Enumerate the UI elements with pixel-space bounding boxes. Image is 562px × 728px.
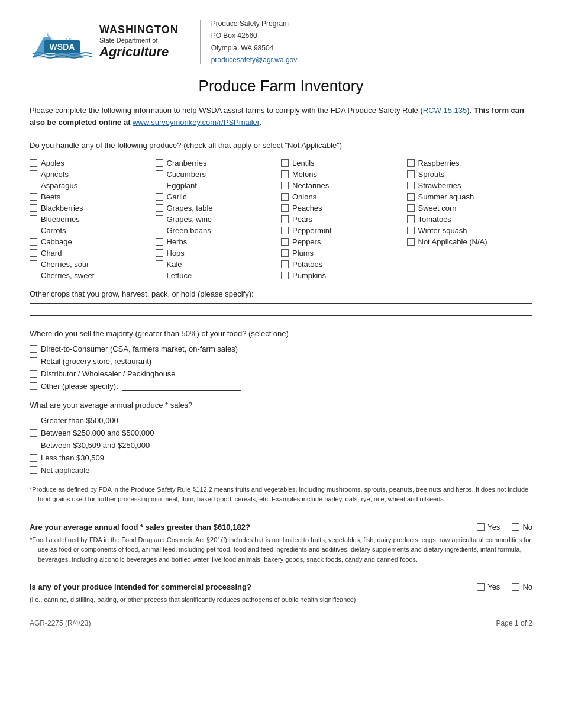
checkbox-carrots[interactable]: Carrots — [30, 225, 156, 236]
produce-col3: Lentils Melons Nectarines Onions Peaches… — [281, 157, 407, 281]
produce-col1: Apples Apricots Asparagus Beets Blackber… — [30, 157, 156, 281]
wsda-branding: WASHINGTON State Department of Agricultu… — [99, 24, 179, 60]
washington-text: WASHINGTON — [99, 24, 179, 36]
section-divider2 — [30, 574, 532, 574]
checkbox-raspberries[interactable]: Raspberries — [407, 157, 533, 169]
agriculture-text: Agriculture — [99, 44, 179, 60]
checkbox-plums[interactable]: Plums — [281, 247, 407, 259]
commercial-processing-row: Is any of your produce intended for comm… — [30, 582, 532, 591]
checkbox-garlic[interactable]: Garlic — [156, 191, 282, 202]
commercial-subtext: (i.e., canning, distilling, baking, or o… — [30, 595, 532, 605]
page-footer: AGR-2275 (R/4/23) Page 1 of 2 — [30, 619, 532, 627]
sales-30k-250k[interactable]: Between $30,509 and $250,000 — [30, 439, 532, 452]
checkbox-sprouts[interactable]: Sprouts — [407, 169, 533, 180]
checkbox-blackberries[interactable]: Blackberries — [30, 202, 156, 214]
checkbox-peaches[interactable]: Peaches — [281, 202, 407, 214]
sell-direct[interactable]: Direct-to-Consumer (CSA, farmers market,… — [30, 343, 532, 355]
food-sales-no-label: No — [522, 523, 532, 531]
food-sales-yes[interactable]: Yes — [477, 523, 500, 531]
checkbox-asparagus[interactable]: Asparagus — [30, 180, 156, 191]
sales-question: What are your average annual produce * s… — [30, 401, 532, 410]
sales-under-30k[interactable]: Less than $30,509 — [30, 452, 532, 464]
sell-other[interactable]: Other (please specify): — [30, 380, 532, 392]
checkbox-green-beans[interactable]: Green beans — [156, 225, 282, 236]
intro-text: Please complete the following informatio… — [30, 105, 532, 130]
sales-500k-plus[interactable]: Greater than $500,000 — [30, 414, 532, 427]
checkbox-potatoes[interactable]: Potatoes — [281, 259, 407, 270]
checkbox-hops[interactable]: Hops — [156, 247, 282, 259]
produce-col4: Raspberries Sprouts Strawberries Summer … — [407, 157, 533, 281]
checkbox-lentils[interactable]: Lentils — [281, 157, 407, 169]
sell-other-blank[interactable] — [122, 382, 241, 391]
food-sales-yn: Yes No — [477, 523, 532, 531]
produce-question: Do you handle any of the following produ… — [30, 140, 532, 152]
checkbox-cherries-sweet[interactable]: Cherries, sweet — [30, 270, 156, 281]
checkbox-beets[interactable]: Beets — [30, 191, 156, 202]
other-crops-line2 — [30, 315, 532, 316]
svg-text:WSDA: WSDA — [50, 42, 75, 51]
other-crops-line1 — [30, 303, 532, 304]
food-sales-question: Are your average annual food * sales gre… — [30, 523, 477, 531]
sales-not-applicable[interactable]: Not applicable — [30, 464, 532, 476]
contact-line2: PO Box 42560 — [211, 30, 298, 41]
checkbox-tomatoes[interactable]: Tomatoes — [407, 214, 533, 225]
checkbox-apples[interactable]: Apples — [30, 157, 156, 169]
checkbox-onions[interactable]: Onions — [281, 191, 407, 202]
contact-line3: Olympia, WA 98504 — [211, 42, 298, 54]
contact-email[interactable]: producesafety@agr.wa.gov — [211, 56, 298, 64]
header: WSDA WASHINGTON State Department of Agri… — [30, 18, 532, 66]
survey-link[interactable]: www.surveymonkey.com/r/PSPmailer — [133, 118, 259, 127]
rcw-link[interactable]: RCW 15.135 — [423, 106, 467, 115]
commercial-yes-label: Yes — [487, 582, 500, 591]
commercial-no[interactable]: No — [512, 582, 532, 591]
checkbox-apricots[interactable]: Apricots — [30, 169, 156, 180]
checkbox-cherries-sour[interactable]: Cherries, sour — [30, 259, 156, 270]
commercial-yes[interactable]: Yes — [477, 582, 500, 591]
food-sales-row: Are your average annual food * sales gre… — [30, 523, 532, 531]
checkbox-grapes-table[interactable]: Grapes, table — [156, 202, 282, 214]
checkbox-cucumbers[interactable]: Cucumbers — [156, 169, 282, 180]
checkbox-blueberries[interactable]: Blueberries — [30, 214, 156, 225]
checkbox-sweet-corn[interactable]: Sweet corn — [407, 202, 533, 214]
sell-retail[interactable]: Retail (grocery store, restaurant) — [30, 355, 532, 368]
logo-area: WSDA WASHINGTON State Department of Agri… — [30, 20, 179, 64]
food-sales-no[interactable]: No — [512, 523, 532, 531]
cb-apples[interactable] — [30, 159, 37, 167]
sales-250k-500k[interactable]: Between $250,000 and $500,000 — [30, 427, 532, 439]
checkbox-pears[interactable]: Pears — [281, 214, 407, 225]
sell-options: Direct-to-Consumer (CSA, farmers market,… — [30, 343, 532, 392]
produce-col2: Cranberries Cucumbers Eggplant Garlic Gr… — [156, 157, 282, 281]
commercial-processing-yn: Yes No — [477, 582, 532, 591]
checkbox-grapes-wine[interactable]: Grapes, wine — [156, 214, 282, 225]
page-title: Produce Farm Inventory — [30, 77, 532, 95]
checkbox-pumpkins[interactable]: Pumpkins — [281, 270, 407, 281]
form-number: AGR-2275 (R/4/23) — [30, 619, 91, 627]
contact-info: Produce Safety Program PO Box 42560 Olym… — [211, 18, 298, 66]
contact-line1: Produce Safety Program — [211, 18, 298, 30]
checkbox-herbs[interactable]: Herbs — [156, 236, 282, 247]
checkbox-nectarines[interactable]: Nectarines — [281, 180, 407, 191]
commercial-no-label: No — [522, 582, 532, 591]
checkbox-eggplant[interactable]: Eggplant — [156, 180, 282, 191]
checkbox-not-applicable[interactable]: Not Applicable (N/A) — [407, 236, 533, 247]
checkbox-winter-squash[interactable]: Winter squash — [407, 225, 533, 236]
checkbox-kale[interactable]: Kale — [156, 259, 282, 270]
checkbox-cabbage[interactable]: Cabbage — [30, 236, 156, 247]
sell-distributor[interactable]: Distributor / Wholesaler / Packinghouse — [30, 368, 532, 380]
checkbox-peppers[interactable]: Peppers — [281, 236, 407, 247]
sales-options: Greater than $500,000 Between $250,000 a… — [30, 414, 532, 476]
other-crops-label: Other crops that you grow, harvest, pack… — [30, 289, 532, 298]
checkbox-lettuce[interactable]: Lettuce — [156, 270, 282, 281]
produce-checkbox-grid: Apples Apricots Asparagus Beets Blackber… — [30, 157, 532, 281]
checkbox-chard[interactable]: Chard — [30, 247, 156, 259]
sales-footnote: *Produce as defined by FDA in the Produc… — [30, 485, 532, 504]
checkbox-peppermint[interactable]: Peppermint — [281, 225, 407, 236]
section-divider1 — [30, 514, 532, 514]
food-sales-footnote: *Food as defined by FDA in the Food Drug… — [30, 535, 532, 565]
checkbox-strawberries[interactable]: Strawberries — [407, 180, 533, 191]
state-dept-text: State Department of — [99, 36, 179, 44]
wsda-logo: WSDA — [30, 20, 95, 64]
checkbox-melons[interactable]: Melons — [281, 169, 407, 180]
checkbox-summer-squash[interactable]: Summer squash — [407, 191, 533, 202]
checkbox-cranberries[interactable]: Cranberries — [156, 157, 282, 169]
